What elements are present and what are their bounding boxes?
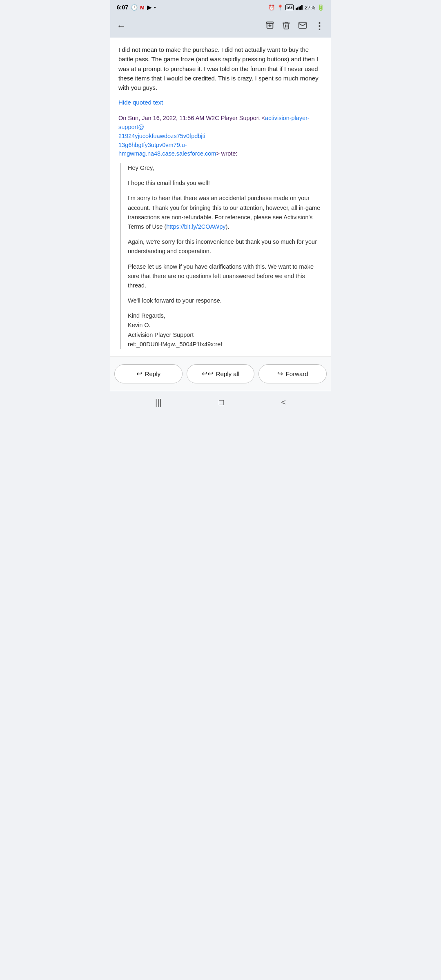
alarm-icon: ⏰ [268, 4, 275, 11]
reply-all-icon: ↩↩ [202, 370, 213, 378]
play-icon: ▶ [147, 4, 151, 11]
back-button[interactable]: ← [117, 21, 126, 31]
status-bar: 6:07 🕐 M ▶ ● ⏰ 📍 5G 27% 🔋 [110, 0, 331, 15]
more-options-button[interactable]: ⋮ [314, 21, 324, 31]
battery-percent: 27% [305, 4, 315, 11]
reply-icon: ↩ [136, 370, 142, 378]
reply-all-label: Reply all [216, 370, 240, 377]
location-icon: 📍 [277, 4, 283, 11]
quoted-line-5: Please let us know if you have clarifica… [128, 262, 323, 291]
quoted-email-link[interactable]: activision-player-support@21924yjucokfua… [118, 115, 310, 157]
dot-icon: ● [154, 6, 156, 9]
quoted-line-1: Hey Grey, [128, 163, 323, 173]
reply-button[interactable]: ↩ Reply [114, 364, 183, 383]
battery-icon: 🔋 [317, 4, 324, 11]
forward-button[interactable]: ↪ Forward [258, 364, 327, 383]
quoted-line-7: Kind Regards,Kevin O.Activision Player S… [128, 311, 323, 349]
quoted-line-4: Again, we're sorry for this inconvenienc… [128, 237, 323, 256]
5g-icon: 5G [285, 4, 294, 10]
reply-bar: ↩ Reply ↩↩ Reply all ↪ Forward [110, 356, 331, 391]
clock-icon: 🕐 [131, 4, 138, 11]
gmail-icon: M [140, 4, 145, 11]
email-toolbar: ← ⋮ [110, 15, 331, 38]
nav-back-icon[interactable]: < [281, 398, 286, 407]
status-left: 6:07 🕐 M ▶ ● [117, 4, 156, 11]
quoted-line-3: I'm sorry to hear that there was an acci… [128, 194, 323, 232]
nav-bar: ||| □ < [110, 391, 331, 414]
quoted-line-6: We'll look forward to your response. [128, 296, 323, 305]
delete-button[interactable] [282, 21, 291, 32]
quoted-body: Hey Grey, I hope this email finds you we… [120, 163, 323, 349]
time: 6:07 [117, 4, 128, 11]
reply-label: Reply [145, 370, 160, 377]
hide-quoted-text-link[interactable]: Hide quoted text [118, 99, 163, 106]
nav-home-icon[interactable]: □ [219, 398, 224, 407]
forward-label: Forward [286, 370, 308, 377]
svg-rect-0 [267, 22, 274, 23]
signal-icon [296, 5, 303, 10]
status-right: ⏰ 📍 5G 27% 🔋 [268, 4, 324, 11]
toolbar-actions: ⋮ [265, 21, 324, 32]
email-body-text: I did not mean to make the purchase. I d… [118, 45, 323, 92]
mark-email-button[interactable] [298, 21, 307, 32]
tos-link[interactable]: https://bit.ly/2COAWpy [166, 223, 225, 230]
nav-menu-icon[interactable]: ||| [155, 398, 162, 407]
reply-all-button[interactable]: ↩↩ Reply all [187, 364, 255, 383]
email-body: I did not mean to make the purchase. I d… [110, 38, 331, 356]
archive-button[interactable] [265, 21, 274, 32]
quoted-header: On Sun, Jan 16, 2022, 11:56 AM W2C Playe… [118, 114, 323, 158]
quoted-line-2: I hope this email finds you well! [128, 178, 323, 188]
forward-icon: ↪ [277, 370, 283, 378]
